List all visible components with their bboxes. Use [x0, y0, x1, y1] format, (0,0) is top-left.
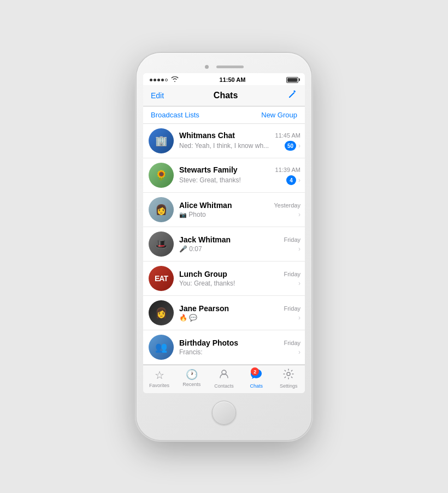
chat-preview-lunch: You: Great, thanks!	[179, 280, 298, 287]
chat-meta-lunch: ›	[298, 280, 300, 287]
favorites-icon: ☆	[155, 369, 164, 382]
chevron-stewarts: ›	[298, 176, 300, 184]
page-title: Chats	[214, 91, 238, 100]
settings-label: Settings	[280, 383, 298, 389]
signal-dots	[150, 79, 168, 81]
avatar-alice: 👩	[149, 197, 174, 222]
chat-item-jane[interactable]: 👩 Jane Pearson Friday 🔥 💬 ›	[143, 296, 305, 330]
chat-header-alice: Alice Whitman Yesterday	[179, 201, 300, 210]
edit-button[interactable]: Edit	[151, 91, 164, 100]
unread-badge-whitmans: 50	[285, 141, 296, 151]
chat-preview-birthday: Francis:	[179, 348, 298, 356]
chat-meta-stewarts: 4 ›	[286, 175, 300, 185]
tab-settings[interactable]: Settings	[275, 369, 302, 389]
signal-dot-2	[154, 79, 156, 81]
chat-meta-whitmans: 50 ›	[285, 141, 300, 151]
chevron-lunch: ›	[298, 280, 300, 287]
chat-header-jane: Jane Pearson Friday	[179, 304, 300, 313]
chat-info-jack: Jack Whitman Friday 🎤 0:07 ›	[179, 235, 300, 253]
chat-info-alice: Alice Whitman Yesterday 📷 Photo ›	[179, 201, 300, 218]
chat-preview-row-lunch: You: Great, thanks! ›	[179, 280, 300, 287]
favorites-label: Favorites	[149, 383, 169, 388]
phone-bottom	[143, 393, 305, 433]
status-bar: 11:50 AM	[143, 73, 305, 85]
chat-meta-birthday: ›	[298, 348, 300, 356]
chat-time-stewarts: 11:39 AM	[275, 167, 300, 173]
chats-icon: 2	[250, 369, 262, 382]
chat-item-stewarts[interactable]: 🌻 Stewarts Family 11:39 AM Steve: Great,…	[143, 158, 305, 193]
broadcast-lists-link[interactable]: Broadcast Lists	[151, 111, 199, 119]
chat-item-alice[interactable]: 👩 Alice Whitman Yesterday 📷 Photo	[143, 193, 305, 227]
avatar-jack: 🎩	[149, 231, 174, 257]
chat-time-alice: Yesterday	[274, 202, 300, 209]
chevron-alice: ›	[298, 211, 300, 218]
phone-frame: 11:50 AM Edit Chats	[137, 53, 311, 440]
chat-meta-jane: ›	[298, 314, 300, 322]
chat-time-jack: Friday	[284, 236, 300, 243]
tab-recents[interactable]: 🕐 Recents	[178, 369, 205, 389]
chat-preview-stewarts: Steve: Great, thanks!	[179, 176, 286, 184]
chat-name-whitmans: Whitmans Chat	[179, 131, 235, 140]
chat-name-lunch: Lunch Group	[179, 270, 227, 278]
recents-icon: 🕐	[186, 369, 198, 381]
speaker-bar	[216, 66, 244, 68]
chat-preview-row-stewarts: Steve: Great, thanks! 4 ›	[179, 175, 300, 185]
chat-item-jack[interactable]: 🎩 Jack Whitman Friday 🎤 0:07 ›	[143, 227, 305, 262]
chat-item-lunch[interactable]: EAT Lunch Group Friday You: Great, thank…	[143, 262, 305, 296]
chat-header-lunch: Lunch Group Friday	[179, 270, 300, 278]
tab-contacts[interactable]: Contacts	[210, 369, 238, 389]
chat-preview-row-birthday: Francis: ›	[179, 348, 300, 356]
signal-dot-3	[157, 79, 160, 81]
tab-chats[interactable]: 2 Chats	[243, 369, 270, 389]
phone-device: 11:50 AM Edit Chats	[137, 53, 311, 440]
chat-info-jane: Jane Pearson Friday 🔥 💬 ›	[179, 304, 300, 322]
chat-meta-alice: ›	[298, 211, 300, 218]
chat-time-lunch: Friday	[284, 271, 300, 277]
chat-preview-jane: 🔥 💬	[179, 314, 298, 322]
battery-icon	[286, 77, 298, 83]
avatar-whitmans: 🏢	[149, 128, 174, 153]
battery-fill	[287, 78, 297, 82]
signal-dot-1	[150, 79, 152, 81]
chat-info-whitmans: Whitmans Chat 11:45 AM Ned: Yeah, I thin…	[179, 131, 300, 151]
chat-time-birthday: Friday	[284, 340, 300, 346]
chat-name-jack: Jack Whitman	[179, 235, 231, 244]
chevron-birthday: ›	[298, 348, 300, 356]
chat-preview-whitmans: Ned: Yeah, I think, I know wh...	[179, 142, 285, 150]
chevron-whitmans: ›	[298, 142, 300, 150]
avatar-stewarts: 🌻	[149, 163, 174, 188]
phone-top	[143, 60, 305, 73]
chat-name-jane: Jane Pearson	[179, 304, 229, 313]
contacts-icon	[219, 369, 229, 382]
chat-header-birthday: Birthday Photos Friday	[179, 338, 300, 347]
avatar-lunch: EAT	[149, 266, 174, 291]
home-button[interactable]	[212, 401, 236, 425]
new-group-link[interactable]: New Group	[261, 111, 297, 119]
chat-preview-jack: 🎤 0:07	[179, 245, 298, 253]
avatar-jane: 👩	[149, 300, 174, 325]
broadcast-bar: Broadcast Lists New Group	[143, 106, 305, 124]
chat-preview-row-alice: 📷 Photo ›	[179, 211, 300, 218]
chats-label: Chats	[250, 383, 263, 389]
chat-preview-row-whitmans: Ned: Yeah, I think, I know wh... 50 ›	[179, 141, 300, 151]
avatar-birthday: 👥	[149, 335, 174, 360]
recents-label: Recents	[182, 382, 201, 387]
chat-preview-alice: 📷 Photo	[179, 211, 298, 218]
chat-item-birthday[interactable]: 👥 Birthday Photos Friday Francis:	[143, 330, 305, 365]
chevron-jack: ›	[298, 245, 300, 253]
chat-meta-jack: ›	[298, 245, 300, 253]
chat-info-stewarts: Stewarts Family 11:39 AM Steve: Great, t…	[179, 165, 300, 185]
status-right	[286, 77, 298, 83]
chat-info-birthday: Birthday Photos Friday Francis: ›	[179, 338, 300, 356]
contacts-label: Contacts	[214, 383, 234, 389]
chat-item-whitmans[interactable]: 🏢 Whitmans Chat 11:45 AM Ned: Yeah, I th…	[143, 124, 305, 158]
tab-favorites[interactable]: ☆ Favorites	[146, 369, 173, 389]
status-left	[150, 76, 179, 83]
unread-badge-stewarts: 4	[286, 175, 296, 185]
settings-icon	[283, 369, 294, 382]
chat-list: 🏢 Whitmans Chat 11:45 AM Ned: Yeah, I th…	[143, 124, 305, 365]
compose-button[interactable]	[287, 90, 297, 102]
tab-bar: ☆ Favorites 🕐 Recents Contacts	[143, 365, 305, 393]
svg-point-1	[287, 372, 290, 376]
chat-name-stewarts: Stewarts Family	[179, 165, 238, 174]
